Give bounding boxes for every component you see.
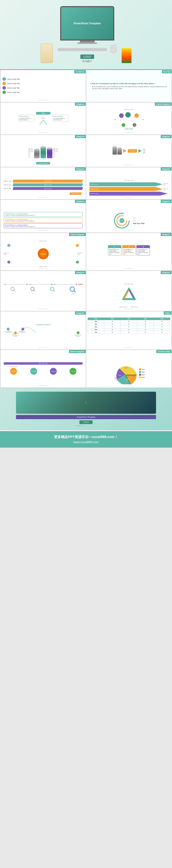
- arrow-2: [51, 283, 53, 285]
- legend-3: Text3: [139, 374, 145, 376]
- timeline-header: Diagram: [75, 271, 86, 274]
- monitor-wrap: PowerPoint Template LOGO 官乌图片: [58, 6, 117, 63]
- th-1: Title: [88, 317, 104, 320]
- spiral-slide: Diagram Text Text Text Add Your Title su…: [86, 200, 172, 232]
- preview-text: 官乌图片: [82, 60, 92, 63]
- td-r5c1: Title: [88, 331, 104, 334]
- history-content: Company History 2001 Add YourTitle Text …: [2, 317, 84, 347]
- timeline-line-1: [7, 284, 28, 284]
- history-line-svg: [4, 327, 83, 346]
- footer-url: www.sucai999.com: [4, 440, 168, 444]
- right-text-4: X X: [53, 154, 58, 156]
- final-image-placeholder: ⚕: [85, 401, 87, 404]
- recycle-labels-row: Add Your Text Add Your Text: [119, 306, 138, 308]
- arrow-right-label-1: Add YourTitle: [163, 183, 168, 186]
- svg-line-8: [34, 290, 35, 291]
- num-3: 3: [137, 245, 150, 248]
- num-box-2: 2 ThemeGallery is a Design Digital Conte…: [122, 245, 136, 256]
- slide-watermark-6: sucai999.com: [124, 164, 134, 166]
- th-3: Title: [121, 317, 137, 320]
- num-text-1: ThemeGallery is a Design Digital Content…: [108, 248, 121, 255]
- spiral-content: Text Text Text Add Your Title: [88, 206, 170, 230]
- arrows-header: Diagram: [161, 167, 172, 170]
- td-r2c1: Title: [88, 323, 104, 326]
- cycle-header: Cycle Diagram: [155, 102, 172, 106]
- contents-item-4: Click to add Title: [2, 91, 84, 94]
- concept-arrow: [123, 149, 126, 153]
- diagram-themegallery-slide: Diagram ThemeGallery is a Design Digital…: [0, 102, 86, 134]
- mag-4: text: [70, 287, 76, 294]
- left-text-5: X X: [28, 156, 33, 158]
- para-row-3: Add Your Text Add Your Text: [4, 187, 83, 190]
- year-2003: 2003: [53, 284, 57, 285]
- parallelogram-slide: Diagram Add Your Text Add Your Text Add …: [0, 167, 86, 199]
- slide-watermark-15: sucai999.com: [38, 347, 48, 348]
- text-right: Text: [142, 119, 144, 120]
- hottip-question: ◇ How do I incorporate my logo to a slid…: [90, 83, 168, 85]
- th-4: Title: [137, 317, 153, 320]
- mouse: [111, 45, 117, 53]
- cylinders-header: Diagram: [75, 135, 86, 138]
- cylinder-2: [40, 147, 46, 158]
- pie-content: Text1 Text2 Text3 Text4 Text1 Text2: [88, 356, 170, 385]
- pie-svg: Text1 Text2 Text3 Text4: [113, 362, 138, 384]
- cycle-name-label: Cycle name: [125, 128, 133, 130]
- mag-3: text: [50, 287, 55, 294]
- pl-label-1: Add Your Text: [4, 180, 12, 182]
- block-slide: Block Diagram Add Your Text Add Your Tit…: [0, 350, 86, 388]
- contents-icon-1: [2, 77, 6, 81]
- theme-box-left: ThemeGallery is a Design Digital by Guid…: [18, 115, 34, 122]
- rl-2: Text: [143, 150, 145, 152]
- slide-watermark-4: sucai999.com: [124, 132, 134, 133]
- legend-color-4: [139, 376, 141, 378]
- mag-label-3: text: [52, 292, 53, 294]
- add-your-title-label: Add Your Title: [133, 223, 144, 224]
- right-text-2: Title Text: [53, 150, 58, 152]
- table-row: Title 0 0 0 0: [88, 323, 170, 326]
- slide-watermark-16: sucai999.com: [124, 347, 134, 348]
- svg-line-1: [43, 120, 47, 125]
- cylinders-content: Add Your Title Text X X X X X X Add Your…: [2, 141, 84, 159]
- slide-watermark-1: sucai999.com: [38, 99, 48, 101]
- purple-big-arrow: Add Your Text: [89, 192, 168, 195]
- slide-watermark-3: sucai999.com: [38, 132, 48, 133]
- planet-4: [133, 123, 136, 127]
- monitor-area: PowerPoint Template LOGO 官乌图片: [4, 4, 168, 65]
- diagram-header-3: Diagram: [75, 102, 86, 106]
- table-row: Title 0 0 0 0: [88, 331, 170, 334]
- concept-box: Concept: [128, 149, 137, 153]
- legend-color-1: [139, 368, 141, 370]
- left-text-3: X X: [28, 152, 33, 154]
- bi-label-top-1: Add Your Title: [10, 366, 18, 367]
- magnifiers-row: text text text: [4, 287, 83, 294]
- num-2: 2: [122, 245, 135, 248]
- recycle-right-label: Add Your Text: [131, 306, 138, 308]
- rl-3: Text: [143, 152, 145, 153]
- slides-grid: Contents Click to add Title Click to add…: [0, 70, 172, 388]
- legend-color-3: [139, 374, 141, 376]
- legend-label-4: Text4: [142, 377, 145, 378]
- svg-line-6: [14, 290, 15, 291]
- td-r3c5: 0: [153, 326, 170, 328]
- keyboard: [58, 48, 107, 51]
- td-r5c4: 0: [137, 331, 153, 334]
- left-text-col: Add Your Title Text X X X X X X: [28, 148, 33, 158]
- monitor: PowerPoint Template: [60, 6, 114, 40]
- slide-watermark-11: sucai999.com: [38, 268, 48, 269]
- td-r1c4: 0: [137, 320, 153, 323]
- company-history-title: Company History: [4, 324, 83, 326]
- arrows-slide: Diagram Add Your Text Add Your Text Add …: [86, 167, 172, 199]
- legend-4: Text4: [139, 376, 145, 378]
- final-banner: PowerPoint Template: [16, 415, 156, 419]
- left-text-2: Title Text: [28, 150, 33, 152]
- history-slide: Diagram Company History 2001 Add YourTit…: [0, 311, 86, 349]
- table-row: Title 0 0 0 0: [88, 328, 170, 331]
- monitor-screen: PowerPoint Template: [61, 7, 113, 39]
- hottip-header: Hot Tip: [162, 70, 172, 73]
- magnifier-icon-3: [50, 287, 55, 292]
- magnifier-icon-1: [10, 287, 16, 292]
- recycle-slide: Diagram Add Your Text: [86, 271, 172, 311]
- concept-right: Add YourText: [78, 252, 83, 255]
- block-item-3: Concept: [50, 367, 57, 375]
- monitor-stand: [78, 42, 97, 44]
